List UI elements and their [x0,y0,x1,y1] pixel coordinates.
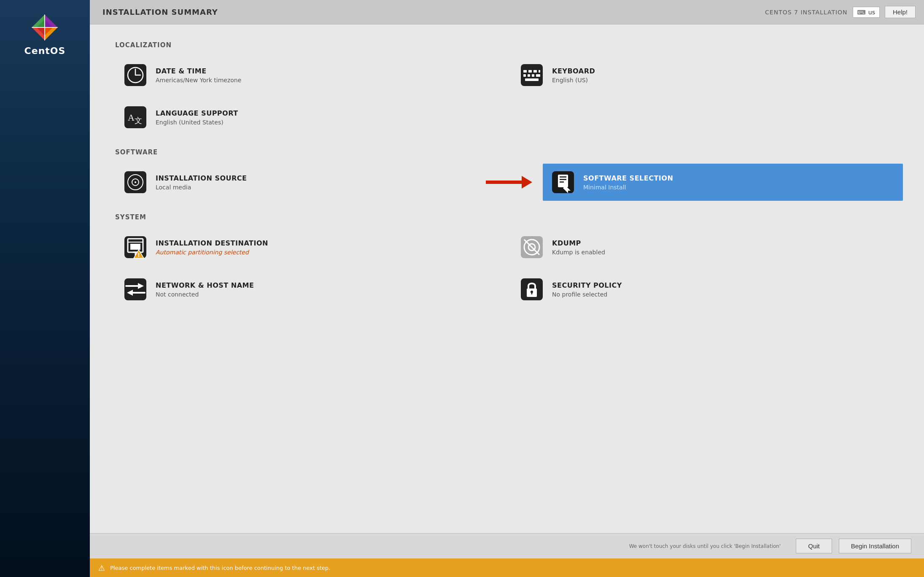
keyboard-title: KEYBOARD [552,67,595,75]
svg-rect-35 [560,176,566,178]
lang-code: us [868,9,875,16]
centos-label: CentOS [24,46,66,56]
installation-source-text: INSTALLATION SOURCE Local media [156,174,247,191]
software-left: INSTALLATION SOURCE Local media [115,164,475,201]
software-selection-item[interactable]: SOFTWARE SELECTION Minimal Install [543,164,903,201]
network-hostname-item[interactable]: NETWORK & HOST NAME Not connected [115,271,506,308]
installation-destination-subtitle: Automatic partitioning selected [156,249,268,256]
installation-source-item[interactable]: INSTALLATION SOURCE Local media [115,164,475,201]
centos-logo: CentOS [24,13,66,56]
svg-rect-16 [528,70,532,73]
software-selection-icon [550,170,576,195]
system-grid: ! INSTALLATION DESTINATION Automatic par… [115,229,903,308]
date-time-icon [123,62,148,88]
language-support-icon: A 文 [123,105,148,130]
svg-text:A: A [128,112,135,123]
status-message: Please complete items marked with this i… [110,565,330,571]
centos-logo-icon [30,13,59,42]
software-selection-text: SOFTWARE SELECTION Minimal Install [583,174,673,191]
language-selector[interactable]: ⌨ us [853,7,880,18]
date-time-subtitle: Americas/New York timezone [156,77,241,84]
software-selection-title: SOFTWARE SELECTION [583,174,673,182]
kdump-text: KDUMP Kdump is enabled [552,239,605,256]
svg-rect-19 [523,74,526,77]
security-policy-title: SECURITY POLICY [552,281,622,289]
localization-grid: DATE & TIME Americas/New York timezone [115,57,903,136]
keyboard-icon-item [519,62,544,88]
page-title: INSTALLATION SUMMARY [102,8,218,16]
security-policy-item[interactable]: SECURITY POLICY No profile selected [512,271,903,308]
red-arrow-icon [484,172,534,193]
main-area: INSTALLATION SUMMARY CENTOS 7 INSTALLATI… [90,0,924,577]
svg-text:!: ! [137,251,140,258]
software-arrow-container [475,172,543,193]
svg-rect-15 [523,70,527,73]
installation-source-icon [123,170,148,195]
software-section-label: SOFTWARE [115,148,903,156]
language-support-item[interactable]: A 文 LANGUAGE SUPPORT English (United Sta… [115,99,506,136]
keyboard-subtitle: English (US) [552,77,595,84]
date-time-title: DATE & TIME [156,67,241,75]
network-hostname-icon [123,277,148,302]
topbar-right: CENTOS 7 INSTALLATION ⌨ us Help! [765,6,916,18]
warning-icon: ⚠ [98,564,105,572]
action-note: We won't touch your disks until you clic… [629,543,781,549]
security-policy-text: SECURITY POLICY No profile selected [552,281,622,298]
kdump-icon [519,235,544,260]
kdump-title: KDUMP [552,239,605,247]
language-support-text: LANGUAGE SUPPORT English (United States) [156,109,238,126]
svg-text:文: 文 [135,116,142,125]
svg-rect-42 [130,244,140,250]
begin-installation-button[interactable]: Begin Installation [839,539,911,553]
topbar: INSTALLATION SUMMARY CENTOS 7 INSTALLATI… [90,0,924,24]
localization-section-label: LOCALIZATION [115,41,903,49]
help-button[interactable]: Help! [885,6,916,18]
keyboard-text: KEYBOARD English (US) [552,67,595,84]
svg-rect-21 [532,74,534,77]
centos-version-label: CENTOS 7 INSTALLATION [765,9,847,16]
svg-marker-32 [522,176,532,189]
language-support-title: LANGUAGE SUPPORT [156,109,238,117]
action-bar: We won't touch your disks until you clic… [90,533,924,558]
kdump-subtitle: Kdump is enabled [552,249,605,256]
status-bar: ⚠ Please complete items marked with this… [90,558,924,577]
system-section-label: SYSTEM [115,213,903,221]
content-area: LOCALIZATION DATE & TIME Americas/New Yo… [90,24,924,533]
svg-rect-22 [536,74,540,77]
svg-rect-18 [539,70,540,73]
date-time-item[interactable]: DATE & TIME Americas/New York timezone [115,57,506,94]
installation-destination-text: INSTALLATION DESTINATION Automatic parti… [156,239,268,256]
installation-destination-title: INSTALLATION DESTINATION [156,239,268,247]
software-right: SOFTWARE SELECTION Minimal Install [543,164,903,201]
software-selection-subtitle: Minimal Install [583,184,673,191]
keyboard-item[interactable]: KEYBOARD English (US) [512,57,903,94]
software-row: INSTALLATION SOURCE Local media [115,164,903,201]
quit-button[interactable]: Quit [796,539,832,553]
svg-rect-36 [560,179,566,180]
keyboard-icon: ⌨ [857,9,866,16]
svg-rect-37 [560,181,564,183]
sidebar: CentOS [0,0,90,577]
svg-rect-20 [528,74,530,77]
date-time-text: DATE & TIME Americas/New York timezone [156,67,241,84]
installation-destination-icon: ! [123,235,148,260]
security-policy-icon [519,277,544,302]
network-hostname-text: NETWORK & HOST NAME Not connected [156,281,254,298]
svg-rect-17 [533,70,537,73]
network-hostname-subtitle: Not connected [156,291,254,298]
language-support-subtitle: English (United States) [156,119,238,126]
kdump-item[interactable]: KDUMP Kdump is enabled [512,229,903,266]
svg-rect-23 [525,78,539,81]
installation-destination-item[interactable]: ! INSTALLATION DESTINATION Automatic par… [115,229,506,266]
svg-rect-51 [124,278,146,300]
svg-point-30 [135,181,136,183]
installation-source-title: INSTALLATION SOURCE [156,174,247,182]
network-hostname-title: NETWORK & HOST NAME [156,281,254,289]
installation-source-subtitle: Local media [156,184,247,191]
security-policy-subtitle: No profile selected [552,291,622,298]
